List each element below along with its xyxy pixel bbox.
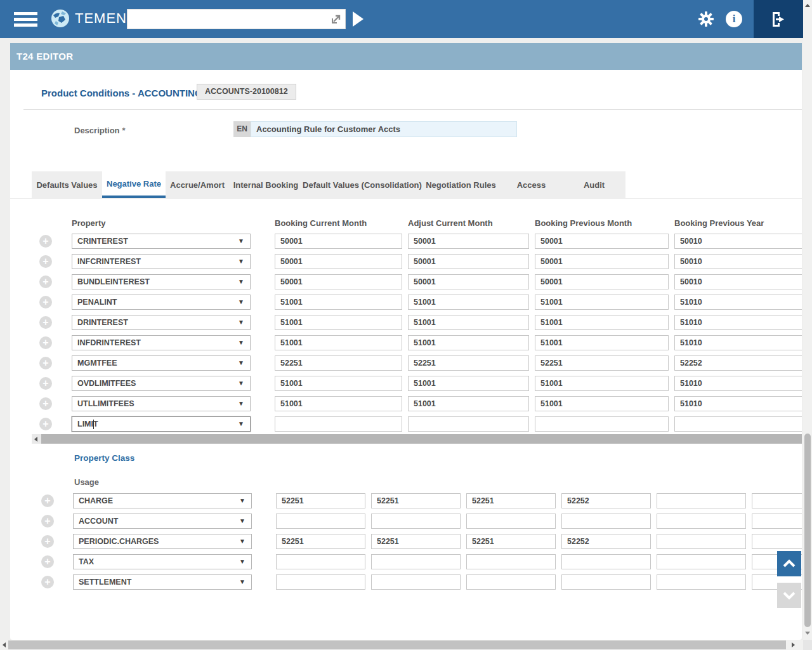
usage-dropdown[interactable]: CHARGE ▼: [73, 493, 252, 508]
tab-accrue-amort[interactable]: Accrue/Amort: [166, 171, 229, 198]
adjust-current-month-input[interactable]: [408, 295, 529, 310]
value-input[interactable]: [561, 493, 651, 508]
value-input[interactable]: [561, 574, 651, 590]
value-input[interactable]: [657, 534, 746, 549]
table-horizontal-scrollbar[interactable]: [32, 434, 802, 444]
value-input[interactable]: [752, 534, 802, 549]
add-row-button[interactable]: +: [39, 377, 52, 390]
add-row-button[interactable]: +: [39, 418, 52, 430]
settings-gear-icon[interactable]: [698, 11, 714, 27]
property-dropdown[interactable]: INFDRINTEREST ▼: [72, 335, 251, 350]
vertical-scrollbar-thumb[interactable]: [804, 434, 811, 627]
value-input[interactable]: [466, 574, 556, 590]
sign-out-button[interactable]: [754, 0, 803, 38]
value-input[interactable]: [276, 554, 365, 569]
tab-default-values-consolidation-[interactable]: Default Values (Consolidation): [303, 171, 422, 198]
property-dropdown[interactable]: OVDLIMITFEES ▼: [72, 376, 251, 391]
booking-previous-month-input[interactable]: [535, 396, 669, 411]
adjust-current-month-input[interactable]: [408, 274, 529, 289]
adjust-current-month-input[interactable]: [408, 315, 529, 330]
command-input[interactable]: [127, 9, 346, 29]
booking-current-month-input[interactable]: [275, 376, 402, 391]
property-dropdown[interactable]: UTLLIMITFEES ▼: [72, 396, 251, 411]
vertical-scrollbar[interactable]: [803, 0, 812, 640]
value-input[interactable]: [371, 534, 461, 549]
booking-previous-year-input[interactable]: [674, 376, 802, 391]
value-input[interactable]: [466, 534, 556, 549]
adjust-current-month-input[interactable]: [408, 335, 529, 350]
value-input[interactable]: [561, 554, 651, 569]
booking-previous-month-input[interactable]: [535, 416, 669, 432]
booking-current-month-input[interactable]: [275, 254, 402, 269]
value-input[interactable]: [657, 493, 746, 508]
description-input[interactable]: [251, 121, 517, 137]
value-input[interactable]: [371, 554, 461, 569]
value-input[interactable]: [276, 514, 365, 529]
add-row-button[interactable]: +: [41, 576, 54, 588]
value-input[interactable]: [657, 514, 746, 529]
page-horizontal-scrollbar-thumb[interactable]: [8, 640, 786, 649]
add-row-button[interactable]: +: [39, 336, 52, 349]
booking-previous-month-input[interactable]: [535, 315, 669, 330]
scroll-to-top-button[interactable]: [777, 551, 801, 576]
property-dropdown[interactable]: BUNDLEINTEREST ▼: [72, 274, 251, 289]
value-input[interactable]: [466, 514, 556, 529]
add-row-button[interactable]: +: [41, 515, 54, 527]
booking-previous-year-input[interactable]: [674, 416, 802, 432]
adjust-current-month-input[interactable]: [408, 355, 529, 371]
value-input[interactable]: [752, 514, 802, 529]
value-input[interactable]: [276, 574, 365, 590]
scroll-left-arrow-icon[interactable]: [34, 437, 37, 442]
booking-previous-month-input[interactable]: [535, 254, 669, 269]
booking-previous-month-input[interactable]: [535, 355, 669, 371]
add-row-button[interactable]: +: [39, 296, 52, 308]
booking-current-month-input[interactable]: [275, 315, 402, 330]
booking-previous-year-input[interactable]: [674, 295, 802, 310]
value-input[interactable]: [561, 514, 651, 529]
booking-previous-month-input[interactable]: [535, 295, 669, 310]
adjust-current-month-input[interactable]: [408, 376, 529, 391]
tab-access[interactable]: Access: [500, 171, 563, 198]
property-dropdown[interactable]: MGMTFEE ▼: [72, 355, 251, 371]
add-row-button[interactable]: +: [41, 494, 54, 507]
value-input[interactable]: [561, 534, 651, 549]
booking-previous-month-input[interactable]: [535, 335, 669, 350]
add-row-button[interactable]: +: [39, 397, 52, 410]
info-icon[interactable]: i: [726, 11, 742, 27]
tab-negotiation-rules[interactable]: Negotiation Rules: [422, 171, 500, 198]
value-input[interactable]: [371, 574, 461, 590]
scroll-up-arrow-icon[interactable]: [805, 4, 810, 7]
add-row-button[interactable]: +: [39, 357, 52, 369]
booking-previous-year-input[interactable]: [674, 315, 802, 330]
value-input[interactable]: [657, 554, 746, 569]
value-input[interactable]: [657, 574, 746, 590]
menu-icon[interactable]: [14, 12, 37, 27]
usage-dropdown[interactable]: PERIODIC.CHARGES ▼: [73, 534, 252, 549]
booking-current-month-input[interactable]: [275, 234, 402, 249]
value-input[interactable]: [466, 493, 556, 508]
booking-previous-year-input[interactable]: [674, 355, 802, 371]
booking-previous-year-input[interactable]: [674, 254, 802, 269]
add-row-button[interactable]: +: [39, 275, 52, 288]
tab-defaults-values[interactable]: Defaults Values: [32, 171, 102, 198]
booking-previous-year-input[interactable]: [674, 335, 802, 350]
booking-previous-year-input[interactable]: [674, 234, 802, 249]
scroll-to-bottom-button[interactable]: [777, 583, 801, 608]
adjust-current-month-input[interactable]: [408, 234, 529, 249]
add-row-button[interactable]: +: [39, 255, 52, 268]
value-input[interactable]: [276, 534, 365, 549]
value-input[interactable]: [276, 493, 365, 508]
add-row-button[interactable]: +: [39, 316, 52, 329]
value-input[interactable]: [466, 554, 556, 569]
property-dropdown[interactable]: DRINTEREST ▼: [72, 315, 251, 330]
value-input[interactable]: [752, 493, 802, 508]
booking-previous-year-input[interactable]: [674, 396, 802, 411]
booking-current-month-input[interactable]: [275, 355, 402, 371]
booking-current-month-input[interactable]: [275, 416, 402, 432]
add-row-button[interactable]: +: [39, 235, 52, 248]
adjust-current-month-input[interactable]: [408, 254, 529, 269]
booking-current-month-input[interactable]: [275, 335, 402, 350]
booking-previous-month-input[interactable]: [535, 274, 669, 289]
expand-window-icon[interactable]: [331, 13, 342, 25]
scroll-down-arrow-icon[interactable]: [805, 632, 810, 635]
